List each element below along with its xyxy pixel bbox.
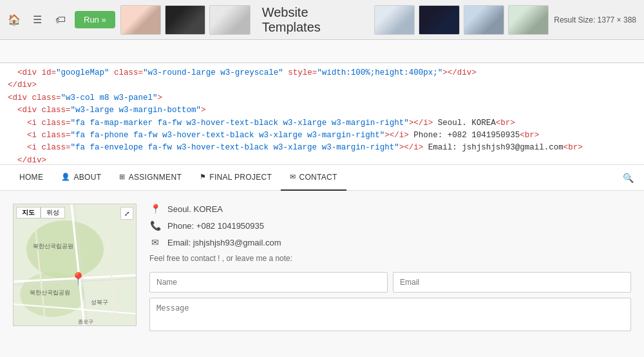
contact-envelope-icon: ✉ xyxy=(290,173,296,181)
map-container[interactable]: 지도 위성 ⤢ 북한산국립공원 북한산국립공원 성북구 종로구 📍 xyxy=(13,204,137,326)
final-project-flag-icon: ⚑ xyxy=(200,173,206,181)
contact-location-row: 📍 Seoul. KOREA xyxy=(149,204,631,214)
map-controls: ⤢ xyxy=(120,207,133,220)
thumb-img-1 xyxy=(121,6,160,34)
top-toolbar: 🏠 ☰ 🏷 Run » Website Templates Result Siz… xyxy=(0,0,644,40)
code-line: <i class="fa fa-envelope fa-fw w3-hover-… xyxy=(8,142,636,154)
map-tab-satellite[interactable]: 위성 xyxy=(41,207,65,218)
code-editor[interactable]: <div id="googleMap" class="w3-round-larg… xyxy=(0,63,644,165)
home-icon[interactable]: 🏠 xyxy=(5,11,23,29)
search-icon[interactable]: 🔍 xyxy=(623,173,634,183)
map-svg: 북한산국립공원 북한산국립공원 성북구 종로구 xyxy=(14,204,137,326)
tag-icon[interactable]: 🏷 xyxy=(52,11,70,29)
thumbnail-2[interactable] xyxy=(165,5,205,35)
svg-text:성북구: 성북구 xyxy=(91,299,108,305)
code-line: <div class="w3-large w3-margin-bottom"> xyxy=(8,104,636,117)
menu-icon[interactable]: ☰ xyxy=(28,11,46,29)
run-button[interactable]: Run » xyxy=(75,11,115,28)
contact-form-row1 xyxy=(149,272,631,293)
nav-assignment-label: ASSIGNMENT xyxy=(129,173,182,182)
email-input[interactable] xyxy=(393,272,631,293)
phone-icon: 📞 xyxy=(149,220,161,231)
code-line: <div class="w3-col m8 w3-panel"> xyxy=(8,92,636,104)
nav-contact[interactable]: ✉ CONTACT xyxy=(281,165,346,191)
thumbnail-1[interactable] xyxy=(120,5,161,35)
thumb-img-3 xyxy=(210,6,249,34)
about-person-icon: 👤 xyxy=(61,173,70,181)
contact-phone: Phone: +082 1041950935 xyxy=(167,221,264,231)
thumbnail-6[interactable] xyxy=(464,5,504,35)
envelope-icon: ✉ xyxy=(149,237,161,247)
thumb-img-2 xyxy=(166,6,205,34)
contact-subtitle: Feel free to contact ! , or leave me a n… xyxy=(149,254,631,263)
thumbnail-3[interactable] xyxy=(209,5,250,35)
template-thumbnails: Website Templates xyxy=(120,5,549,35)
nav-about[interactable]: 👤 ABOUT xyxy=(52,165,110,191)
contact-location: Seoul. KOREA xyxy=(167,204,223,214)
contact-form-row2 xyxy=(149,298,631,333)
nav-assignment[interactable]: ⊞ ASSIGNMENT xyxy=(110,165,191,191)
svg-text:북한산국립공원: 북한산국립공원 xyxy=(33,243,73,249)
name-input[interactable] xyxy=(149,272,388,293)
svg-text:종로구: 종로구 xyxy=(78,319,93,325)
message-input[interactable] xyxy=(149,298,631,331)
thumbnail-7[interactable] xyxy=(508,5,549,35)
code-line: <i class="fa fa-phone fa-fw w3-hover-tex… xyxy=(8,130,636,142)
result-size: Result Size: 1377 × 388 xyxy=(554,15,639,24)
nav-final-project[interactable]: ⚑ FINAL PROJECT xyxy=(191,165,281,191)
map-tab-map[interactable]: 지도 xyxy=(16,207,41,218)
contact-phone-row: 📞 Phone: +082 1041950935 xyxy=(149,220,631,231)
map-tab-bar: 지도 위성 xyxy=(16,207,65,218)
preview-nav: HOME 👤 ABOUT ⊞ ASSIGNMENT ⚑ FINAL PROJEC… xyxy=(0,165,644,191)
contact-email: Email: jshjshjsh93@gmail.com xyxy=(167,238,281,247)
contact-email-row: ✉ Email: jshjshjsh93@gmail.com xyxy=(149,237,631,247)
preview-area: 지도 위성 ⤢ 북한산국립공원 북한산국립공원 성북구 종로구 📍 xyxy=(0,191,644,357)
nav-about-label: ABOUT xyxy=(74,173,102,182)
code-line: <div id="googleMap" class="w3-round-larg… xyxy=(8,67,636,79)
assignment-grid-icon: ⊞ xyxy=(119,173,125,181)
contact-info-section: 📍 Seoul. KOREA 📞 Phone: +082 1041950935 … xyxy=(149,204,631,357)
code-line: </div> xyxy=(8,155,636,165)
code-line: </div> xyxy=(8,79,636,92)
thumbnail-5[interactable] xyxy=(419,5,459,35)
nav-home-label: HOME xyxy=(19,173,43,182)
nav-contact-label: CONTACT xyxy=(299,173,337,182)
nav-home[interactable]: HOME xyxy=(10,165,52,191)
thumbnail-4[interactable] xyxy=(374,5,415,35)
map-marker: 📍 xyxy=(70,271,86,287)
code-line: <i class="fa fa-map-marker fa-fw w3-hove… xyxy=(8,117,636,130)
map-expand-icon[interactable]: ⤢ xyxy=(120,207,133,220)
location-pin-icon: 📍 xyxy=(149,204,161,214)
second-toolbar xyxy=(0,40,644,63)
nav-final-project-label: FINAL PROJECT xyxy=(209,173,272,182)
svg-text:북한산국립공원: 북한산국립공원 xyxy=(30,289,70,296)
templates-title: Website Templates xyxy=(254,5,370,35)
